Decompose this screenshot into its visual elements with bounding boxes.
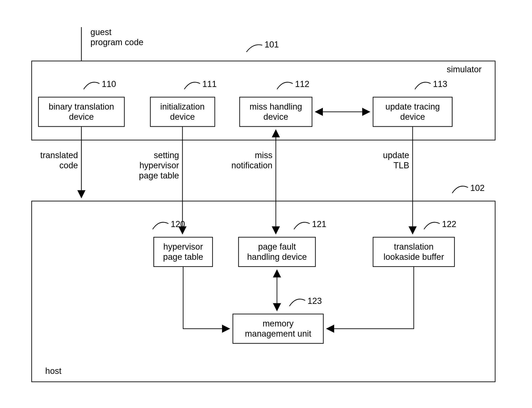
ref-121: 121 [312, 219, 326, 229]
label-a2-l2: hypervisor [140, 161, 179, 170]
box-123 [233, 314, 323, 343]
ref-102: 102 [470, 183, 485, 193]
label-a1-l2: code [60, 161, 78, 170]
box-111-l2: device [170, 112, 195, 121]
label-guest-l2: program code [90, 37, 143, 47]
label-a3-l2: notification [231, 161, 272, 170]
ref-123: 123 [307, 296, 322, 306]
box-123-l2: management unit [245, 329, 311, 338]
box-122 [373, 237, 454, 267]
box-112 [240, 97, 312, 127]
simulator-title: simulator [447, 65, 482, 74]
host-container [32, 201, 495, 382]
label-a2-l3: page table [139, 171, 179, 180]
host-title: host [45, 366, 61, 376]
ref-110: 110 [102, 79, 116, 89]
box-113 [373, 97, 452, 127]
box-112-l2: device [263, 112, 288, 121]
box-120-l1: hypervisor [163, 242, 203, 251]
ref-111: 111 [202, 79, 217, 89]
label-guest-l1: guest [90, 27, 112, 37]
ref-120: 120 [171, 219, 185, 229]
label-a1-l1: translated [40, 151, 78, 160]
ref-113: 113 [433, 79, 447, 89]
box-113-l2: device [400, 112, 425, 121]
box-110-l1: binary translation [49, 102, 114, 111]
box-121-l2: handling device [247, 252, 307, 262]
box-110 [38, 97, 124, 127]
box-120-l2: page table [163, 252, 203, 262]
box-120 [154, 237, 212, 267]
box-112-l1: miss handling [250, 102, 302, 111]
box-122-l1: translation [394, 242, 433, 251]
box-113-l1: update tracing [385, 102, 440, 111]
label-a4-l1: update [383, 151, 409, 160]
box-111-l1: initialization [160, 102, 205, 111]
box-110-l2: device [69, 112, 94, 121]
diagram-root: guest program code simulator 101 binary … [0, 0, 532, 408]
ref-101: 101 [264, 40, 279, 49]
box-111 [150, 97, 215, 127]
box-121-l1: page fault [258, 242, 296, 251]
ref-112: 112 [295, 79, 309, 89]
label-a3-l1: miss [255, 151, 272, 160]
label-a4-l2: TLB [393, 161, 409, 170]
leader-102 [452, 186, 468, 193]
ref-122: 122 [442, 219, 456, 229]
box-122-l2: lookaside buffer [384, 252, 444, 262]
box-123-l1: memory [262, 319, 294, 328]
label-a2-l1: setting [154, 151, 179, 160]
box-121 [238, 237, 315, 267]
leader-101 [246, 45, 262, 52]
